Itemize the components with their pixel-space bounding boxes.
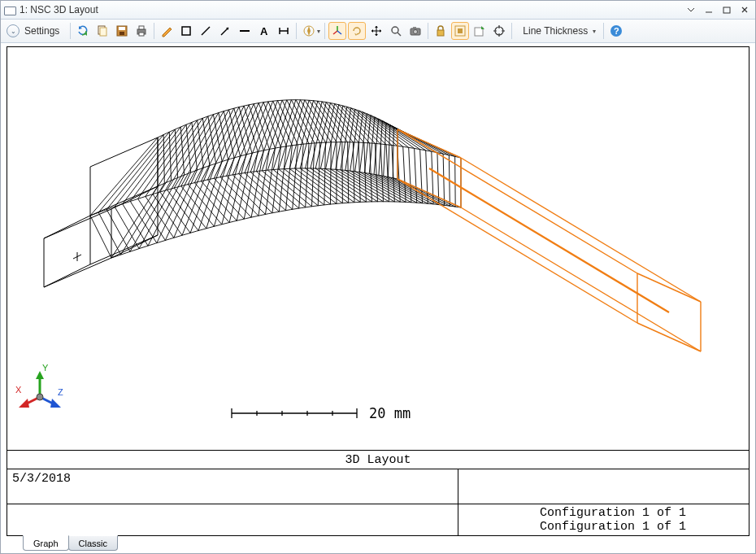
compass-icon — [302, 24, 315, 37]
lock-icon — [434, 24, 447, 37]
minimize-button[interactable] — [702, 4, 716, 15]
svg-line-105 — [201, 181, 237, 221]
axes-icon — [331, 24, 344, 37]
svg-rect-9 — [139, 33, 144, 36]
app-icon — [4, 5, 15, 15]
svg-line-263 — [398, 129, 461, 158]
svg-line-262 — [637, 323, 701, 351]
diagonal-line-icon — [199, 24, 212, 37]
svg-line-11 — [202, 27, 210, 35]
tab-graph-label: Graph — [33, 539, 59, 548]
svg-line-64 — [157, 172, 191, 243]
svg-line-34 — [44, 216, 90, 238]
scale-bar — [232, 408, 357, 418]
rotate-tool[interactable] — [348, 22, 366, 40]
tab-graph[interactable]: Graph — [23, 535, 69, 551]
svg-text:?: ? — [614, 26, 619, 36]
svg-line-259 — [461, 207, 701, 351]
tab-classic[interactable]: Classic — [68, 535, 118, 551]
minimize-icon — [705, 6, 713, 14]
svg-line-63 — [186, 124, 191, 172]
svg-line-57 — [115, 207, 139, 249]
svg-point-22 — [392, 27, 398, 33]
zoom-tool[interactable] — [387, 22, 405, 40]
svg-line-139 — [282, 100, 303, 144]
svg-line-258 — [461, 158, 701, 302]
svg-line-93 — [181, 186, 215, 226]
svg-line-110 — [207, 106, 244, 180]
svg-line-88 — [206, 159, 228, 229]
svg-line-174 — [300, 101, 318, 168]
empty-cell — [7, 504, 458, 535]
text-tool[interactable]: A — [255, 22, 273, 40]
separator — [324, 23, 325, 39]
svg-line-58 — [115, 129, 175, 207]
close-button[interactable] — [737, 4, 752, 15]
drawing-frame: 20 mm X Y Z — [7, 46, 749, 536]
orbit-tool[interactable]: ▾ — [300, 22, 321, 40]
svg-marker-278 — [19, 399, 29, 408]
svg-line-72 — [174, 168, 203, 238]
print-button[interactable] — [133, 22, 150, 40]
arrow-tool[interactable] — [216, 22, 234, 40]
camera-tool[interactable] — [406, 22, 424, 40]
svg-line-21 — [337, 31, 341, 34]
svg-line-86 — [167, 115, 214, 190]
line-thickness-label: Line Thickness — [519, 25, 591, 37]
empty-cell — [458, 469, 749, 504]
line-thickness-dropdown[interactable]: Line Thickness ▾ — [515, 22, 600, 40]
tab-classic-label: Classic — [79, 539, 107, 548]
maximize-button[interactable] — [719, 4, 734, 15]
drawing-title-row: 3D Layout — [7, 450, 749, 469]
pencil-tool[interactable] — [158, 22, 176, 40]
export-button[interactable] — [471, 22, 489, 40]
svg-line-131 — [273, 101, 293, 146]
dropdown-window-button[interactable] — [684, 4, 698, 15]
svg-line-45 — [90, 216, 111, 258]
svg-rect-5 — [119, 27, 125, 30]
separator — [511, 23, 512, 39]
viewport-3d[interactable]: 20 mm X Y Z — [7, 47, 749, 450]
save-button[interactable] — [113, 22, 131, 40]
export-icon — [473, 24, 486, 37]
svg-rect-3 — [100, 28, 106, 36]
svg-line-23 — [398, 33, 401, 36]
axis-triad: X Y Z — [15, 363, 63, 408]
horizontal-line-tool[interactable] — [236, 22, 254, 40]
svg-line-196 — [380, 144, 383, 202]
refresh-button[interactable] — [74, 22, 92, 40]
svg-line-224 — [420, 150, 423, 203]
copy-button[interactable] — [93, 22, 111, 40]
separator — [296, 23, 297, 39]
axes-toggle[interactable] — [328, 22, 346, 40]
svg-line-240 — [443, 154, 445, 205]
target-icon — [493, 24, 506, 37]
drawing-date-cell: 5/3/2018 — [7, 469, 458, 504]
pan-tool[interactable] — [367, 22, 385, 40]
svg-line-51 — [169, 132, 171, 181]
svg-line-256 — [398, 179, 637, 323]
svg-line-170 — [295, 101, 314, 168]
config-text-2: Configuration 1 of 1 — [540, 520, 749, 534]
separator — [603, 23, 604, 39]
line-tool[interactable] — [197, 22, 215, 40]
chevron-down-icon: ▾ — [317, 28, 320, 35]
camera-icon — [409, 24, 422, 37]
target-button[interactable] — [490, 22, 508, 40]
lock-button[interactable] — [432, 22, 450, 40]
drawing-date-row: 5/3/2018 — [7, 469, 749, 504]
fit-icon — [454, 24, 467, 37]
print-icon — [135, 24, 148, 37]
svg-line-146 — [262, 100, 286, 171]
svg-rect-1 — [723, 7, 730, 13]
fit-button[interactable] — [451, 22, 469, 40]
svg-line-182 — [311, 103, 326, 168]
help-button[interactable]: ? — [607, 22, 625, 40]
maximize-icon — [723, 6, 731, 14]
svg-line-153 — [273, 170, 318, 206]
settings-dropdown[interactable]: ⌄ Settings — [4, 22, 67, 40]
dimension-tool[interactable] — [275, 22, 293, 40]
svg-line-97 — [188, 185, 222, 225]
rectangle-tool[interactable] — [177, 22, 195, 40]
svg-line-206 — [341, 108, 351, 170]
